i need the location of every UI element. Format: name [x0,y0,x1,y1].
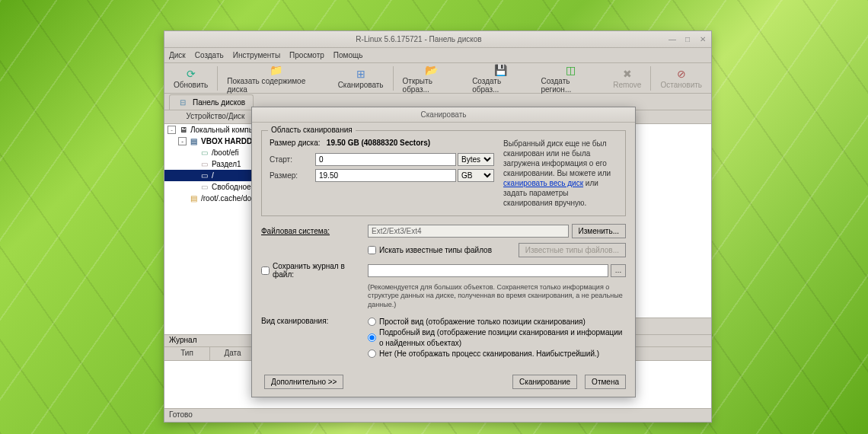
view-detailed-radio-label[interactable]: Подробный вид (отображение позиции скани… [368,327,626,349]
advanced-button[interactable]: Дополнительно >> [264,375,343,389]
free-space-icon: ▭ [199,182,209,192]
dialog-button-bar: Дополнительно >> Сканирование Отмена [252,370,635,397]
remove-button: ✖Remove [608,65,646,91]
known-types-checkbox[interactable] [368,246,376,254]
view-simple-radio-label[interactable]: Простой вид (отображение только позиции … [368,317,626,327]
folder-search-icon: 📁 [270,63,283,77]
start-input[interactable] [315,153,456,166]
open-icon: 📂 [424,63,438,77]
tab-disk-panel[interactable]: ⊟ Панель дисков [169,94,254,110]
scan-view-label: Вид сканирования: [261,317,368,325]
menu-tools[interactable]: Инструменты [233,51,280,59]
folder-icon: ▤ [189,193,199,203]
open-image-button[interactable]: 📂Открыть образ... [398,62,465,95]
show-content-button[interactable]: 📁Показать содержимое диска [222,62,330,95]
scan-submit-button[interactable]: Сканирование [512,375,577,389]
close-icon[interactable]: ✕ [699,36,707,43]
log-hint: (Рекомендуется для больших объектов. Сох… [368,283,626,309]
known-types-button: Известные типы файлов... [519,243,626,257]
scan-info-text: Выбранный диск еще не был сканирован или… [503,139,617,208]
view-none-radio[interactable] [368,349,376,358]
cancel-button[interactable]: Отмена [585,375,626,389]
expander-icon[interactable]: - [178,137,187,145]
known-types-checkbox-label[interactable]: Искать известные типы файлов [368,246,515,254]
scan-whole-disk-link[interactable]: сканировать весь диск [503,179,583,187]
save-log-checkbox[interactable] [261,266,270,275]
stop-button: ⊘Остановить [656,65,707,91]
expander-icon[interactable]: - [168,126,176,134]
titlebar: R-Linux 5.6.175721 - Панель дисков — □ ✕ [164,31,711,48]
fs-label: Файловая система: [261,227,368,235]
disk-image-icon: 💾 [493,63,507,77]
size-label: Размер: [270,171,315,180]
scan-area-fieldset: Область сканирования Размер диска: 19.50… [261,130,626,216]
view-simple-radio[interactable] [368,318,376,326]
disk-size-row: Размер диска: 19.50 GB (40888320 Sectors… [270,139,494,147]
col-date[interactable]: Дата [210,347,256,360]
browse-log-button[interactable]: … [611,264,626,277]
start-unit-select[interactable]: Bytes [458,153,494,166]
minimize-icon[interactable]: — [669,36,676,43]
change-fs-button[interactable]: Изменить... [572,224,626,238]
scan-dialog: Сканировать Область сканирования Размер … [251,107,636,397]
scan-area-legend: Область сканирования [268,126,356,134]
refresh-button[interactable]: ⟳Обновить [169,65,212,91]
col-type[interactable]: Тип [164,347,210,360]
start-label: Старт: [270,155,315,164]
size-unit-select[interactable]: GB [458,169,494,182]
statusbar: Готово [164,408,711,422]
drive-scan-icon: ⊞ [354,67,368,81]
view-none-radio-label[interactable]: Нет (Не отображать процесс сканирования.… [368,349,626,359]
partition-icon: ▭ [199,148,209,158]
partition-icon: ▭ [199,171,209,180]
drive-icon: ⊟ [177,97,187,107]
dialog-title: Сканировать [252,107,635,123]
log-path-input[interactable] [368,264,608,277]
drive-icon: ▤ [189,136,199,146]
partition-icon: ▭ [199,159,209,169]
size-input[interactable] [315,169,456,182]
create-region-button[interactable]: ◫Создать регион... [536,62,605,95]
remove-icon: ✖ [621,67,634,81]
menu-help[interactable]: Помощь [333,51,363,59]
fs-input[interactable] [368,225,569,238]
stop-icon: ⊘ [675,67,688,81]
computer-icon: 🖥 [178,125,188,135]
toolbar: ⟳Обновить 📁Показать содержимое диска ⊞Ск… [164,63,711,94]
view-detailed-radio[interactable] [368,333,376,342]
menu-view[interactable]: Просмотр [289,51,324,59]
menu-disk[interactable]: Диск [169,51,186,59]
region-icon: ◫ [564,63,578,77]
menu-create[interactable]: Создать [195,51,224,59]
save-log-checkbox-label[interactable]: Сохранить журнал в файл: [261,262,368,279]
window-title: R-Linux 5.6.175721 - Панель дисков [169,35,669,43]
create-image-button[interactable]: 💾Создать образ... [468,62,533,95]
scan-button[interactable]: ⊞Сканировать [333,65,388,91]
maximize-icon[interactable]: □ [684,36,691,43]
refresh-icon: ⟳ [184,67,198,81]
